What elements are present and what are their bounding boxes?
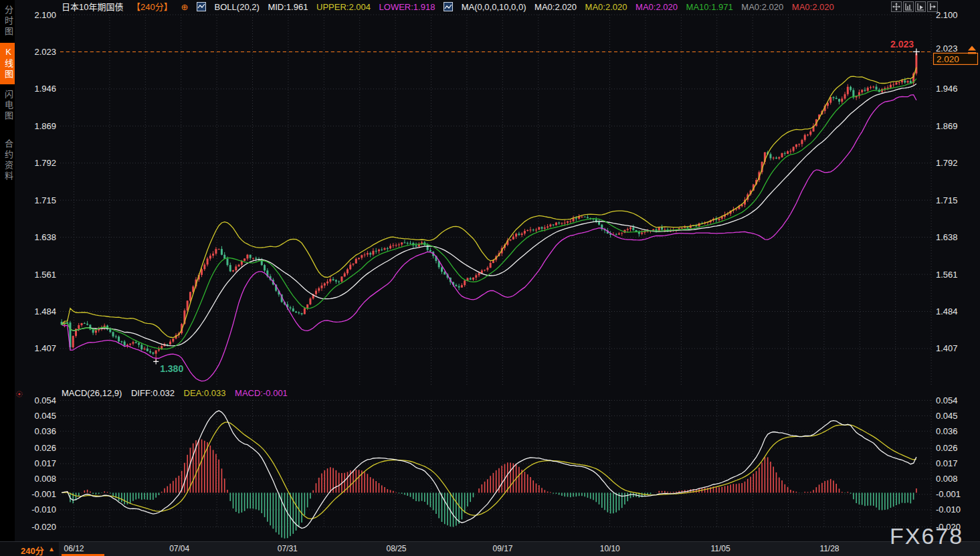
macd-axis-tick: -0.001 [936,489,961,499]
price-axis-tick: 1.638 [936,232,958,242]
jump-to-latest-icon[interactable] [927,1,938,12]
boll-upper-value: UPPER:2.004 [316,2,371,12]
macd-legend: MACD(26,12,9) DIFF:0.032 DEA:0.033 MACD:… [62,388,294,398]
period-badge[interactable]: 【240分】 [132,2,173,12]
boll-mid-value: MID:1.961 [268,2,308,12]
date-label: 11/05 [711,544,730,553]
boll-indicator-icon[interactable] [197,2,206,11]
price-axis-tick: 1.561 [34,270,56,280]
add-indicator-icon[interactable]: ⊕ [181,2,188,12]
macd-axis-tick: 0.054 [936,395,958,405]
chart-canvas[interactable]: 2.1002.1002.0232.0231.9461.9461.8691.869… [0,0,980,556]
ma-label: MA(0,0,0,10,0,0) [462,2,526,12]
date-label: 10/10 [600,544,620,553]
price-axis-tick: 1.407 [936,343,958,353]
macd-axis-tick: 0.054 [34,395,56,405]
boll-ma-lines [62,68,916,381]
macd-axis-tick: 0.017 [936,458,958,468]
macd-axis-tick: 0.026 [936,443,958,453]
sidebar-tab-contract-info[interactable]: 合约资料 [0,135,15,186]
macd-axis-tick: -0.001 [31,489,56,499]
price-axis-tick: 1.946 [936,84,958,94]
price-axis-tick: 1.946 [34,84,56,94]
boll-lower-value: LOWER:1.918 [379,2,435,12]
pan-crosshair-icon[interactable] [891,1,902,12]
low-price-label: 1.380 [160,363,183,374]
indicator-legend: 日本10年期国债 【240分】 ⊕ BOLL(20,2) MID:1.961 U… [62,2,840,13]
time-axis-bar: 240分 ▲ 06/1207/0407/3108/2509/1710/1011/… [0,541,980,556]
sidebar-tab-lightning-chart[interactable]: 闪电图 [0,86,15,126]
date-label: 07/04 [169,544,189,553]
price-axis-tick: 1.715 [34,195,56,205]
ma-value-4: MA0:2.020 [741,2,783,12]
chart-toolbar [891,1,938,12]
macd-macd-value: MACD:-0.001 [235,388,288,398]
macd-title: MACD(26,12,9) [62,388,122,398]
price-axis-tick: 2.100 [34,10,56,20]
trading-app-window: 2.1002.1002.0232.0231.9461.9461.8691.869… [0,0,980,556]
sidebar-tab-kline-chart[interactable]: K线图 [0,43,15,84]
macd-axis-tick: -0.010 [31,504,56,515]
ma-indicator-icon[interactable] [444,2,453,11]
macd-axis-tick: 0.045 [936,411,958,421]
price-marker-icon [968,45,976,54]
date-label: 08/25 [387,544,407,553]
macd-axis-tick: -0.020 [31,522,56,532]
macd-diff-value: DIFF:0.032 [131,388,175,398]
ma-value-2: MA0:2.020 [635,2,678,12]
chart-markers: 2.0231.3802.020 [60,39,978,374]
date-label: 06/12 [64,544,84,553]
macd-axis-tick: 0.008 [936,474,958,484]
sidebar-tab-time-chart[interactable]: 分时图 [0,1,15,41]
last-price-value: 2.020 [937,54,959,64]
symbol-title: 日本10年期国债 [62,2,123,12]
price-axis-tick: 1.484 [936,306,958,316]
low-cross-icon [153,359,159,364]
axis-scale-play-icon[interactable] [915,1,926,12]
macd-axis-tick: 0.026 [34,443,56,453]
fx678-watermark: FX678 [890,523,963,549]
period-selector[interactable]: 240分 [21,544,44,556]
grid-lines [60,15,933,527]
price-axis-tick: 1.792 [936,158,958,168]
price-axis-tick: 1.715 [936,195,958,205]
axis-scale-bars-icon[interactable] [903,1,914,12]
price-axis-tick: 1.792 [34,158,56,168]
price-axis-tick: 1.638 [34,232,56,242]
macd-axis-tick: 0.008 [34,474,56,484]
price-axis-tick: 1.869 [936,121,958,131]
price-axis-tick: 1.561 [936,270,958,280]
ma-value-1: MA0:2.020 [585,2,627,12]
candlesticks [61,52,918,361]
ma-value-3: MA10:1.971 [686,2,733,12]
macd-axis-tick: 0.045 [34,411,56,421]
price-axis-tick: 1.869 [34,121,56,131]
date-label: 11/28 [819,544,839,553]
date-label: 09/17 [492,544,512,553]
period-dropdown-arrow-icon[interactable]: ▲ [48,545,55,553]
sidebar: 分时图 K线图 闪电图 合约资料 [0,0,15,556]
date-label: 07/31 [278,544,298,553]
price-axis-tick: 2.023 [34,47,56,57]
macd-dea-value: DEA:0.033 [184,388,226,398]
macd-settings-icon[interactable] [15,389,23,397]
ma-value-5: MA0:2.020 [792,2,834,12]
axis-labels: 2.1002.1002.0232.0231.9461.9461.8691.869… [31,10,961,533]
boll-label: BOLL(20,2) [215,2,260,12]
price-axis-tick: 1.484 [34,306,56,316]
high-price-label: 2.023 [890,39,914,50]
ma-value-0: MA0:2.020 [534,2,577,12]
macd-axis-tick: 0.036 [34,426,56,436]
price-axis-tick: 1.407 [34,343,56,353]
macd-axis-tick: 0.036 [936,426,958,436]
price-axis-tick: 2.023 [936,43,958,54]
macd-axis-tick: 0.017 [34,458,56,468]
price-axis-tick: 2.100 [936,10,958,20]
last-high-cross-icon [913,48,920,55]
macd-axis-tick: -0.010 [936,504,961,515]
